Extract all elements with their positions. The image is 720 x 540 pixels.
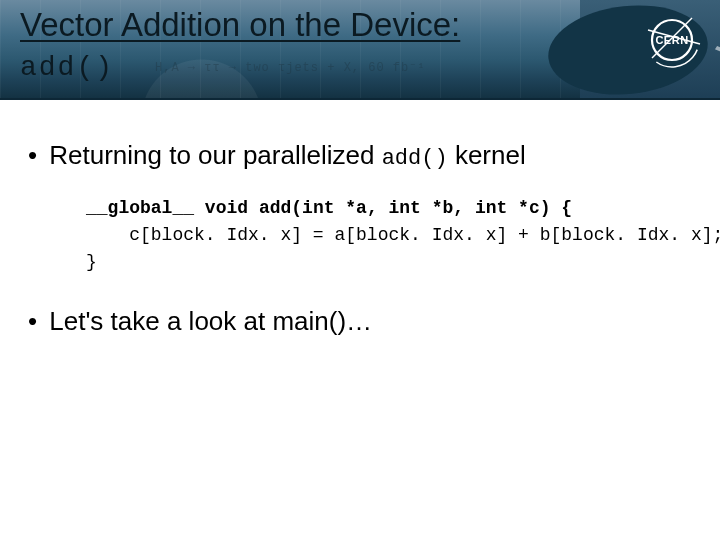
header-bg-formula: H,A → ττ → two τjets + X, 60 fb⁻¹ [155, 60, 426, 75]
code-line-3: } [86, 252, 97, 272]
slide-header: Vector Addition on the Device: add() H,A… [0, 0, 720, 100]
logo-area: CERN [580, 0, 720, 100]
code-sig: add(int *a, int *b, int *c) { [259, 198, 572, 218]
bullet-dot-icon: • [28, 306, 42, 337]
bullet-1-code: add() [382, 146, 448, 171]
code-kw-global: __global__ [86, 198, 194, 218]
code-kw-void: void [205, 198, 248, 218]
code-block: __global__ void add(int *a, int *b, int … [86, 195, 692, 276]
cern-logo-icon: CERN [642, 10, 702, 70]
code-line-2: c[block. Idx. x] = a[block. Idx. x] + b[… [129, 225, 720, 245]
bullet-1: • Returning to our parallelized add() ke… [28, 140, 692, 171]
bullet-1-text-b: kernel [455, 140, 526, 170]
bullet-2: • Let's take a look at main()… [28, 306, 692, 337]
slide-subtitle-code: add() [20, 52, 114, 83]
bullet-1-text-a: Returning to our parallelized [49, 140, 381, 170]
svg-text:CERN: CERN [655, 34, 688, 46]
bullet-dot-icon: • [28, 140, 42, 171]
slide-body: • Returning to our parallelized add() ke… [0, 100, 720, 337]
slide-title: Vector Addition on the Device: [20, 6, 460, 44]
bullet-2-text: Let's take a look at main()… [49, 306, 372, 336]
